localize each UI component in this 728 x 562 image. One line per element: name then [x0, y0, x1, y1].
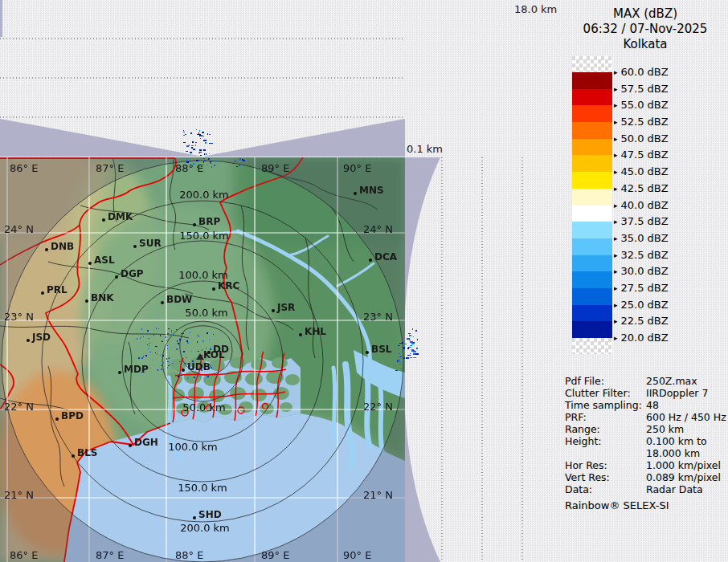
level-arrow-icon: ▸: [614, 234, 618, 242]
radar-echo: [189, 145, 190, 146]
level-text: 60.0 dBZ: [621, 66, 669, 78]
station-label: UDB: [187, 362, 211, 372]
metadata-label: Clutter Filter:: [565, 387, 631, 399]
metadata-row: Data:Radar Data: [565, 485, 726, 495]
metadata-label: Height:: [565, 435, 602, 447]
metadata-row: Vert Res:0.089 km/pixel: [565, 473, 726, 483]
level-arrow-icon: ▸: [614, 85, 618, 93]
longitude-label: 89° E: [261, 550, 289, 560]
metadata-label: Vert Res:: [565, 471, 610, 483]
radar-echo: [200, 155, 202, 156]
level-arrow-icon: ▸: [614, 301, 618, 309]
metadata-label: Data:: [565, 483, 592, 495]
radar-echo: [202, 132, 202, 133]
longitude-label: 87° E: [96, 550, 124, 560]
product-datetime: 06:32 / 07-Nov-2025: [562, 22, 728, 36]
colorbar-band: [572, 105, 612, 122]
station-dot-icon: [102, 218, 105, 222]
colorbar-label: ▸50.0 dBZ: [614, 133, 669, 144]
metadata-value: Radar Data: [646, 485, 703, 495]
station-dot-icon: [45, 248, 48, 251]
colorbar-label: ▸25.0 dBZ: [614, 299, 669, 310]
radar-echo: [407, 355, 411, 356]
station-label: PRL: [47, 285, 67, 295]
radar-echo: [409, 335, 411, 336]
metadata-label: Hor Res:: [565, 459, 607, 471]
latitude-label: 24° N: [363, 224, 393, 234]
station-label: KHL: [305, 327, 326, 336]
colorbar-band: [572, 288, 612, 305]
metadata-row: Clutter Filter:IIRDoppler 7: [565, 389, 726, 399]
colorbar-label: ▸42.5 dBZ: [614, 183, 669, 193]
colorbar-band: [572, 238, 612, 255]
station-label: SHD: [198, 510, 222, 519]
radar-echo: [185, 134, 186, 135]
range-ring-label: 50.0 km: [185, 307, 227, 318]
colorbar-band: [572, 122, 612, 139]
radar-echo: [209, 153, 210, 154]
radar-echo: [199, 134, 201, 135]
station-dot-icon: [88, 262, 92, 265]
radar-echo: [183, 130, 184, 131]
radar-echo: [205, 142, 207, 143]
axis-max-height-label: 18.0 km: [514, 3, 557, 15]
radar-echo: [411, 350, 415, 351]
level-arrow-icon: ▸: [614, 251, 618, 259]
metadata-label: Time sampling:: [565, 399, 642, 411]
top-height-panel: [0, 0, 405, 157]
colorbar-label: ▸32.5 dBZ: [614, 250, 669, 260]
longitude-label: 90° E: [343, 163, 371, 173]
radar-echo: [204, 153, 205, 155]
radar-echo: [406, 357, 409, 359]
brand-footer: Rainbow® SELEX-SI: [565, 499, 669, 511]
radar-echo: [416, 348, 418, 348]
level-text: 47.5 dBZ: [621, 149, 669, 161]
longitude-label: 88° E: [175, 163, 203, 173]
radar-echo: [193, 149, 195, 150]
latitude-label: 21° N: [4, 490, 34, 500]
colorbar-band: [572, 89, 612, 106]
colorbar-label: ▸40.0 dBZ: [614, 200, 669, 210]
colorbar-band: [572, 189, 612, 206]
colorbar-label: ▸52.5 dBZ: [614, 116, 669, 127]
colorbar-label: ▸37.5 dBZ: [614, 216, 669, 226]
radar-echo: [408, 333, 411, 335]
level-arrow-icon: ▸: [614, 101, 618, 109]
radar-echo: [410, 341, 413, 343]
colorbar-band: [572, 271, 612, 288]
range-ring-label: 100.0 km: [168, 442, 218, 452]
colorbar-label: ▸22.5 dBZ: [614, 316, 669, 326]
metadata-value: IIRDoppler 7: [646, 389, 708, 399]
level-text: 45.0 dBZ: [621, 165, 669, 177]
legend-panel: MAX (dBZ) 06:32 / 07-Nov-2025 Kolkata ▸6…: [562, 0, 728, 562]
station-label: JSR: [277, 303, 295, 312]
radar-echo: [417, 339, 419, 340]
colorbar-band: [572, 139, 612, 156]
level-text: 42.5 dBZ: [621, 182, 669, 194]
station-dot-icon: [55, 417, 59, 421]
colorbar-label: ▸47.5 dBZ: [614, 149, 669, 160]
latitude-label: 22° N: [363, 401, 393, 412]
radar-map: 86° E86° E87° E87° E88° E88° E89° E89° E…: [0, 157, 405, 562]
level-arrow-icon: ▸: [614, 151, 618, 159]
radar-echo: [191, 147, 193, 149]
station-label: SUR: [139, 238, 162, 248]
level-text: 32.5 dBZ: [621, 249, 669, 261]
radar-echo: [413, 351, 416, 352]
station-label: DNB: [51, 242, 74, 251]
colorbar-band: [572, 305, 612, 322]
latitude-label: 24° N: [4, 224, 34, 234]
station-label: KRC: [218, 281, 239, 291]
range-ring-label: 200.0 km: [179, 189, 229, 200]
colorbar-label: ▸60.0 dBZ: [614, 67, 669, 77]
radar-echo: [198, 132, 199, 133]
station-dot-icon: [182, 369, 185, 372]
radar-echo: [199, 149, 201, 150]
metadata-value: 48: [646, 401, 659, 411]
longitude-label: 90° E: [343, 550, 371, 560]
radar-echo: [413, 353, 416, 355]
station-label: BLS: [77, 448, 97, 458]
metadata-row: Range:250 km: [565, 425, 726, 435]
radar-echo: [211, 143, 213, 144]
station-dot-icon: [366, 351, 369, 354]
